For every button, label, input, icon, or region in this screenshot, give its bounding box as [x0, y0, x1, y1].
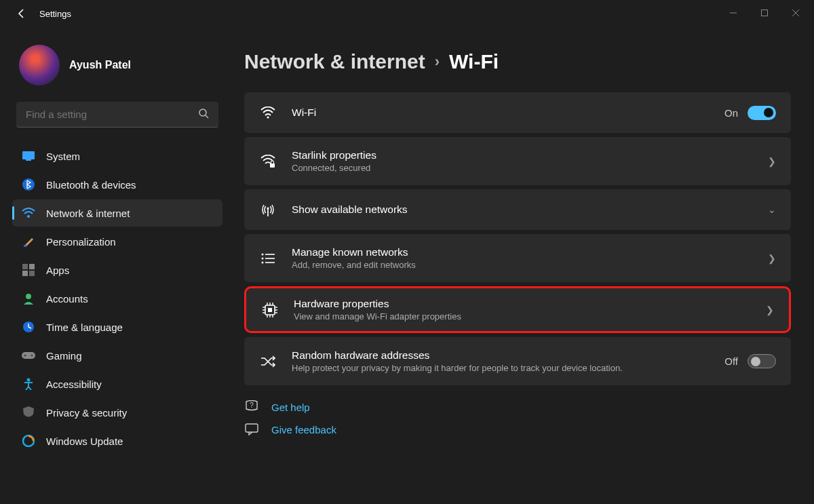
chevron-right-icon: ❯ — [766, 305, 774, 315]
search-input[interactable] — [26, 109, 198, 120]
sidebar-item-accessibility[interactable]: Accessibility — [12, 370, 222, 398]
svg-rect-8 — [24, 245, 26, 247]
chevron-down-icon: ⌄ — [768, 204, 776, 215]
chevron-right-icon: › — [435, 53, 440, 71]
row-subtitle: Help protect your privacy by making it h… — [292, 363, 658, 373]
row-title: Random hardware addresses — [292, 349, 724, 362]
breadcrumb-current: Wi-Fi — [449, 50, 499, 73]
show-networks-row[interactable]: Show available networks ⌄ — [244, 189, 791, 230]
maximize-button[interactable] — [749, 3, 780, 23]
sidebar-item-label: Accessibility — [46, 379, 102, 390]
sidebar-item-label: Bluetooth & devices — [46, 179, 136, 191]
svg-rect-12 — [29, 271, 35, 276]
svg-point-28 — [262, 261, 264, 263]
sidebar-item-label: Windows Update — [46, 435, 123, 447]
sidebar-item-label: System — [46, 151, 80, 162]
antenna-icon — [259, 203, 277, 216]
help-icon: ? — [244, 400, 259, 414]
svg-rect-5 — [26, 159, 31, 161]
svg-rect-11 — [22, 271, 28, 276]
svg-point-24 — [262, 253, 264, 255]
sidebar-item-label: Network & internet — [46, 208, 130, 219]
wifi-icon — [259, 106, 277, 119]
sidebar-item-time-language[interactable]: Time & language — [12, 313, 222, 341]
row-title: Manage known networks — [292, 246, 768, 258]
search-box[interactable] — [16, 102, 218, 128]
svg-point-2 — [199, 109, 206, 116]
sidebar: Ayush Patel System Bluetooth & devices N… — [0, 27, 231, 504]
globe-clock-icon — [22, 320, 35, 334]
sidebar-item-label: Gaming — [46, 350, 82, 362]
random-mac-toggle[interactable] — [748, 354, 776, 368]
chevron-right-icon: ❯ — [768, 253, 776, 264]
svg-point-20 — [267, 116, 269, 118]
sidebar-item-label: Time & language — [46, 322, 123, 333]
close-button[interactable] — [780, 3, 811, 23]
svg-rect-1 — [762, 10, 768, 16]
user-block[interactable]: Ayush Patel — [12, 39, 222, 99]
apps-icon — [22, 263, 35, 277]
svg-point-16 — [24, 355, 26, 357]
person-icon — [22, 292, 35, 305]
avatar — [19, 45, 60, 85]
sidebar-item-gaming[interactable]: Gaming — [12, 342, 222, 369]
sidebar-item-bluetooth[interactable]: Bluetooth & devices — [12, 171, 222, 198]
sidebar-item-network[interactable]: Network & internet — [12, 199, 222, 227]
svg-point-7 — [27, 215, 30, 218]
sidebar-item-label: Personalization — [46, 236, 116, 248]
chip-icon — [261, 303, 279, 317]
get-help-link[interactable]: ? Get help — [244, 400, 791, 414]
known-networks-row[interactable]: Manage known networks Add, remove, and e… — [244, 234, 791, 282]
sidebar-item-windows-update[interactable]: Windows Update — [12, 427, 222, 454]
sidebar-item-apps[interactable]: Apps — [12, 256, 222, 284]
toggle-state-label: On — [724, 107, 738, 119]
give-feedback-link[interactable]: Give feedback — [244, 423, 791, 435]
wifi-lock-icon — [259, 155, 277, 168]
svg-point-18 — [27, 379, 31, 382]
svg-point-23 — [267, 207, 269, 209]
link-label: Give feedback — [271, 424, 336, 435]
chevron-right-icon: ❯ — [768, 156, 776, 167]
svg-point-13 — [26, 294, 31, 299]
svg-rect-9 — [22, 264, 28, 269]
svg-text:?: ? — [250, 402, 254, 409]
wifi-toggle-row[interactable]: Wi-Fi On — [244, 92, 791, 133]
monitor-icon — [22, 149, 35, 163]
breadcrumb-parent[interactable]: Network & internet — [244, 50, 425, 73]
wifi-toggle[interactable] — [748, 106, 776, 120]
sidebar-item-privacy[interactable]: Privacy & security — [12, 399, 222, 426]
sidebar-item-label: Accounts — [46, 293, 88, 305]
hardware-properties-row[interactable]: Hardware properties View and manage Wi-F… — [244, 286, 791, 333]
svg-rect-15 — [22, 352, 35, 359]
feedback-icon — [244, 423, 259, 435]
back-button[interactable] — [14, 5, 30, 22]
shuffle-icon — [259, 355, 277, 368]
svg-rect-31 — [268, 308, 272, 312]
bluetooth-icon — [22, 178, 35, 191]
app-title: Settings — [39, 9, 71, 19]
sidebar-item-accounts[interactable]: Accounts — [12, 285, 222, 312]
minimize-button[interactable] — [718, 3, 749, 23]
row-title: Show available networks — [292, 203, 768, 216]
sidebar-item-system[interactable]: System — [12, 142, 222, 170]
sidebar-item-personalization[interactable]: Personalization — [12, 228, 222, 255]
toggle-state-label: Off — [724, 355, 738, 367]
sidebar-item-label: Apps — [46, 265, 69, 276]
sidebar-item-label: Privacy & security — [46, 407, 127, 419]
random-mac-row[interactable]: Random hardware addresses Help protect y… — [244, 337, 791, 385]
svg-point-6 — [22, 178, 35, 191]
search-icon — [198, 108, 209, 121]
row-subtitle: View and manage Wi-Fi adapter properties — [294, 311, 766, 322]
shield-icon — [22, 406, 35, 419]
user-name: Ayush Patel — [69, 59, 131, 71]
svg-rect-4 — [22, 151, 35, 159]
svg-rect-45 — [246, 424, 258, 432]
svg-rect-21 — [270, 163, 275, 168]
update-icon — [22, 434, 35, 448]
row-title: Starlink properties — [292, 149, 768, 161]
breadcrumb: Network & internet › Wi-Fi — [244, 50, 791, 73]
connection-properties-row[interactable]: Starlink properties Connected, secured ❯ — [244, 137, 791, 185]
svg-point-26 — [262, 257, 264, 259]
row-subtitle: Add, remove, and edit networks — [292, 260, 768, 270]
row-title: Wi-Fi — [292, 106, 724, 119]
